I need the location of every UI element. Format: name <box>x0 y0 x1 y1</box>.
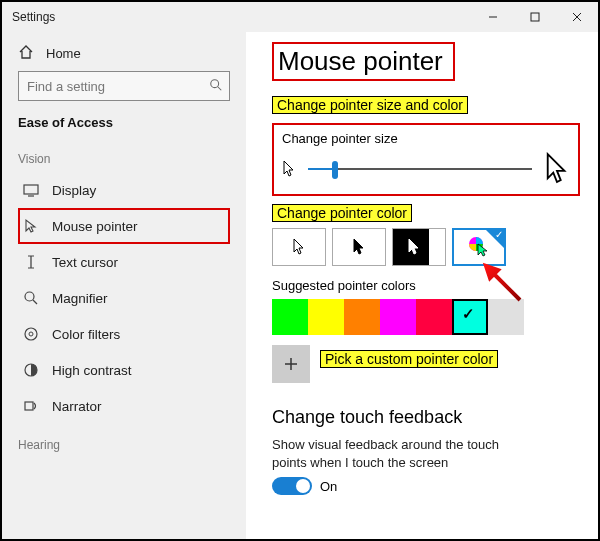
pointer-color-swatches: ✓ <box>272 228 580 266</box>
sidebar-item-label: High contrast <box>52 363 132 378</box>
close-button[interactable] <box>556 2 598 32</box>
touch-feedback-toggle[interactable] <box>272 477 312 495</box>
sidebar-item-label: Mouse pointer <box>52 219 138 234</box>
suggested-color-swatch[interactable] <box>452 299 488 335</box>
pointer-style-black[interactable] <box>332 228 386 266</box>
search-input[interactable]: Find a setting <box>18 71 230 101</box>
maximize-button[interactable] <box>514 2 556 32</box>
search-icon <box>209 78 223 95</box>
suggested-color-swatch[interactable] <box>272 299 308 335</box>
svg-rect-6 <box>24 185 38 194</box>
slider-thumb[interactable] <box>332 161 338 179</box>
toggle-state-label: On <box>320 479 337 494</box>
sidebar: Home Find a setting Ease of Access Visio… <box>2 32 246 539</box>
sidebar-item-label: Display <box>52 183 96 198</box>
high-contrast-icon <box>22 362 40 378</box>
text-cursor-icon <box>22 254 40 270</box>
svg-line-5 <box>218 86 222 90</box>
pointer-style-inverted[interactable] <box>392 228 446 266</box>
suggested-color-swatch[interactable] <box>344 299 380 335</box>
magnifier-icon <box>22 290 40 306</box>
pointer-size-slider[interactable] <box>308 168 532 170</box>
sidebar-item-narrator[interactable]: Narrator <box>18 388 230 424</box>
svg-rect-1 <box>531 13 539 21</box>
pointer-size-group: Change pointer size <box>272 123 580 196</box>
touch-feedback-desc: Show visual feedback around the touch po… <box>272 436 532 471</box>
main-content: Mouse pointer Change pointer size and co… <box>246 32 598 539</box>
section-hearing: Hearing <box>18 438 230 452</box>
annotation-arrow-icon <box>482 262 522 302</box>
sidebar-item-display[interactable]: Display <box>18 172 230 208</box>
display-icon <box>22 182 40 198</box>
cursor-small-icon <box>282 160 296 178</box>
sidebar-item-label: Color filters <box>52 327 120 342</box>
suggested-colors-label: Suggested pointer colors <box>272 278 580 293</box>
checkmark-icon: ✓ <box>495 229 503 240</box>
home-nav[interactable]: Home <box>18 38 230 71</box>
add-custom-color-button[interactable] <box>272 345 310 383</box>
suggested-color-swatch[interactable] <box>380 299 416 335</box>
subhead-size-color: Change pointer size and color <box>272 96 468 114</box>
search-placeholder: Find a setting <box>27 79 209 94</box>
suggested-color-swatch[interactable] <box>488 299 524 335</box>
pointer-size-label: Change pointer size <box>282 131 570 146</box>
page-title: Mouse pointer <box>272 42 455 81</box>
home-icon <box>18 44 34 63</box>
window-title: Settings <box>12 10 55 24</box>
titlebar: Settings <box>2 2 598 32</box>
mouse-pointer-icon <box>22 218 40 234</box>
svg-point-14 <box>29 332 33 336</box>
sidebar-item-color-filters[interactable]: Color filters <box>18 316 230 352</box>
pointer-style-white[interactable] <box>272 228 326 266</box>
svg-point-4 <box>211 79 219 87</box>
cursor-large-icon <box>544 152 570 186</box>
category-label: Ease of Access <box>18 115 230 130</box>
svg-point-11 <box>25 292 34 301</box>
sidebar-item-label: Text cursor <box>52 255 118 270</box>
sidebar-item-mouse-pointer[interactable]: Mouse pointer <box>18 208 230 244</box>
home-label: Home <box>46 46 81 61</box>
custom-color-label: Pick a custom pointer color <box>320 350 498 368</box>
pointer-style-custom[interactable]: ✓ <box>452 228 506 266</box>
minimize-button[interactable] <box>472 2 514 32</box>
pointer-color-label: Change pointer color <box>272 204 412 222</box>
svg-rect-16 <box>25 402 33 410</box>
sidebar-item-label: Magnifier <box>52 291 108 306</box>
narrator-icon <box>22 398 40 414</box>
touch-feedback-heading: Change touch feedback <box>272 407 580 428</box>
suggested-colors-row <box>272 299 580 335</box>
color-filters-icon <box>22 326 40 342</box>
section-vision: Vision <box>18 152 230 166</box>
svg-point-13 <box>25 328 37 340</box>
suggested-color-swatch[interactable] <box>308 299 344 335</box>
sidebar-item-text-cursor[interactable]: Text cursor <box>18 244 230 280</box>
svg-line-12 <box>33 300 37 304</box>
sidebar-item-magnifier[interactable]: Magnifier <box>18 280 230 316</box>
sidebar-item-label: Narrator <box>52 399 102 414</box>
sidebar-item-high-contrast[interactable]: High contrast <box>18 352 230 388</box>
suggested-color-swatch[interactable] <box>416 299 452 335</box>
